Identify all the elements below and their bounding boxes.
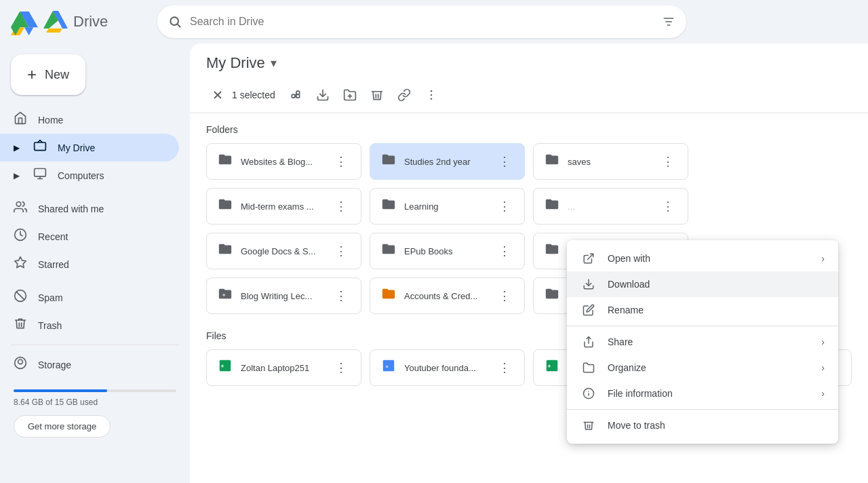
storage-used-text: 8.64 GB of 15 GB used: [14, 398, 176, 407]
menu-item-move-trash[interactable]: Move to trash: [567, 412, 838, 438]
menu-item-file-info[interactable]: File information ›: [567, 381, 838, 406]
folder-card-saves[interactable]: saves ⋮: [533, 143, 688, 180]
folder-name-partial4: ...: [568, 201, 651, 212]
storage-bar-bg: [14, 389, 176, 392]
menu-item-organize[interactable]: Organize ›: [567, 355, 838, 381]
open-with-arrow: ›: [821, 253, 825, 264]
folder-icon-learning: [381, 197, 396, 216]
info-icon: [580, 387, 597, 400]
sidebar-item-sharedwithme[interactable]: Shared with me: [0, 195, 179, 223]
folder-more-btn-learning[interactable]: ⋮: [496, 197, 513, 215]
new-button-wrap: + New: [0, 49, 190, 106]
share-menu-icon: [580, 336, 597, 348]
main-layout: + New Home ▶ My Drive ▶: [0, 43, 868, 483]
sidebar-item-mydrive[interactable]: ▶ My Drive: [0, 134, 179, 161]
menu-item-share[interactable]: Share ›: [567, 329, 838, 355]
svg-point-12: [16, 202, 21, 207]
svg-line-16: [16, 292, 24, 300]
svg-marker-2: [46, 28, 62, 33]
file-name-zoltan: Zoltan Laptop251: [241, 363, 324, 373]
folder-card-accounts[interactable]: Accounts & Cred... ⋮: [370, 277, 525, 314]
mydrive-chevron-icon: ▶: [14, 143, 20, 153]
folder-card-partial4[interactable]: ... ⋮: [533, 188, 688, 225]
folder-card-learning[interactable]: Learning ⋮: [370, 188, 525, 225]
new-button-label: New: [45, 68, 69, 82]
folder-name-learning: Learning: [404, 201, 488, 212]
selected-count-label: 1 selected: [232, 90, 275, 100]
mydrive-icon: [33, 139, 47, 156]
menu-item-open-with[interactable]: Open with ›: [567, 246, 838, 271]
drive-logo-icon: [11, 8, 38, 35]
sidebar-item-shared-label: Shared with me: [38, 204, 104, 214]
share-button[interactable]: [283, 83, 308, 107]
copy-link-button[interactable]: [392, 83, 416, 107]
folder-more-btn-p4[interactable]: ⋮: [659, 197, 677, 215]
sidebar-item-computers[interactable]: ▶ Computers: [0, 161, 179, 189]
folder-name-saves: saves: [568, 157, 651, 167]
sidebar-item-mydrive-label: My Drive: [58, 142, 95, 153]
organize-arrow: ›: [821, 362, 825, 373]
context-menu: Open with › Download: [567, 240, 838, 444]
sidebar-item-trash[interactable]: Trash: [0, 311, 179, 339]
get-more-storage-button[interactable]: Get more storage: [14, 415, 111, 438]
search-input[interactable]: [190, 16, 654, 28]
svg-point-25: [431, 94, 433, 96]
file-card-youtuber[interactable]: ≡ Youtuber founda... ⋮: [370, 349, 525, 386]
delete-button[interactable]: [365, 83, 389, 107]
download-toolbar-button[interactable]: [311, 83, 335, 107]
more-actions-button[interactable]: [419, 83, 443, 107]
title-chevron-icon[interactable]: ▾: [271, 56, 277, 71]
spam-icon: [14, 289, 27, 306]
svg-rect-8: [35, 142, 46, 151]
sidebar-item-storage[interactable]: Storage: [0, 351, 179, 379]
sidebar-item-starred[interactable]: Starred: [0, 250, 179, 278]
folder-card-blog[interactable]: Blog Writing Lec... ⋮: [206, 277, 361, 314]
computers-icon: [33, 167, 47, 184]
folder-icon-partial6: [545, 242, 559, 260]
folder-card-epub[interactable]: EPub Books ⋮: [370, 233, 525, 269]
file-more-btn-youtuber[interactable]: ⋮: [496, 359, 513, 376]
sidebar-item-storage-label: Storage: [38, 360, 71, 370]
folder-more-btn-websites[interactable]: ⋮: [332, 153, 350, 170]
folder-icon: [218, 152, 233, 171]
folder-more-btn-saves[interactable]: ⋮: [659, 153, 677, 170]
svg-rect-9: [35, 169, 46, 177]
sheets-icon-zoltan: +: [218, 358, 233, 377]
folder-more-btn-blog[interactable]: ⋮: [332, 287, 350, 305]
folder-more-btn-epub[interactable]: ⋮: [496, 242, 513, 260]
svg-marker-14: [15, 257, 26, 268]
content-area: My Drive ▾ 1 selected: [190, 43, 868, 483]
trash-menu-icon: [580, 419, 597, 431]
sidebar-item-spam-label: Spam: [38, 292, 63, 303]
sheets-icon-yearly: +: [545, 358, 559, 377]
sidebar-item-home[interactable]: Home: [0, 106, 179, 134]
folder-more-btn-midterm[interactable]: ⋮: [332, 197, 350, 215]
home-icon: [14, 111, 27, 128]
sidebar: + New Home ▶ My Drive ▶: [0, 43, 190, 483]
menu-item-download[interactable]: Download: [567, 271, 838, 297]
sidebar-item-recent[interactable]: Recent: [0, 223, 179, 250]
new-button[interactable]: + New: [11, 54, 85, 95]
search-icon[interactable]: [168, 15, 182, 28]
file-card-zoltan[interactable]: + Zoltan Laptop251 ⋮: [206, 349, 361, 386]
folder-card-midterm[interactable]: Mid-term exams ... ⋮: [206, 188, 361, 225]
sidebar-item-computers-label: Computers: [58, 170, 104, 181]
svg-rect-29: [383, 360, 395, 372]
page-title-area: My Drive ▾: [190, 43, 868, 77]
folder-more-btn-googledocs[interactable]: ⋮: [332, 242, 350, 260]
folder-more-btn-accounts[interactable]: ⋮: [496, 287, 513, 305]
file-more-btn-zoltan[interactable]: ⋮: [332, 359, 350, 376]
share-arrow: ›: [821, 336, 825, 347]
menu-item-rename[interactable]: Rename: [567, 297, 838, 323]
move-button[interactable]: [338, 83, 362, 107]
deselect-button[interactable]: [206, 83, 229, 107]
folder-icon-blog: [218, 286, 233, 305]
sidebar-item-spam[interactable]: Spam: [0, 284, 179, 311]
filter-icon[interactable]: [662, 15, 675, 28]
folder-more-btn-studies[interactable]: ⋮: [496, 153, 513, 170]
folder-icon-partial8: [545, 286, 559, 305]
folder-card-websites[interactable]: Websites & Blog... ⋮: [206, 143, 361, 180]
folder-card-googledocs[interactable]: Google Docs & S... ⋮: [206, 233, 361, 269]
folder-card-studies[interactable]: Studies 2nd year ⋮: [370, 143, 525, 180]
rename-icon: [580, 304, 597, 316]
